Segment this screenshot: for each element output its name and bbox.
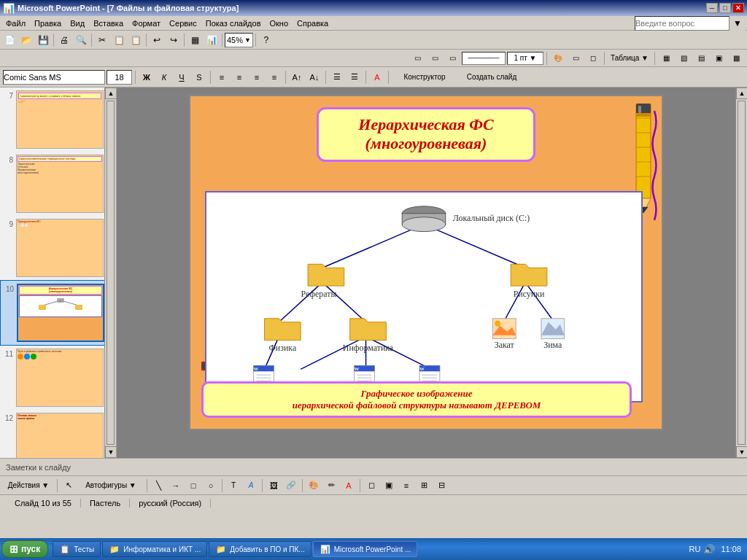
- menu-help[interactable]: Справка: [293, 18, 333, 29]
- bullets-button[interactable]: ☰: [329, 70, 345, 85]
- shadow-style[interactable]: ◻: [363, 478, 379, 493]
- clipart-tool[interactable]: 🖼: [266, 478, 282, 493]
- line-tool[interactable]: ╲: [150, 478, 166, 493]
- line-width-select[interactable]: 1 пт ▼: [507, 52, 543, 65]
- save-button[interactable]: 💾: [35, 33, 51, 47]
- font-size-select[interactable]: [107, 70, 132, 85]
- increase-font-button[interactable]: A↑: [289, 70, 305, 85]
- slide-panel-scrollbar[interactable]: ▲ ▼: [104, 88, 116, 458]
- new-button[interactable]: 📄: [1, 33, 18, 47]
- tbl-style1[interactable]: ▣: [711, 51, 727, 66]
- open-button[interactable]: 📂: [18, 33, 34, 47]
- menu-view[interactable]: Вид: [66, 18, 89, 29]
- restore-button[interactable]: □: [719, 3, 731, 13]
- autoshapes-button[interactable]: Автофигуры ▼: [78, 478, 144, 493]
- tbl-merge[interactable]: ▦: [658, 51, 674, 66]
- copy-button[interactable]: 📋: [111, 33, 127, 47]
- tbl-border[interactable]: ▤: [693, 51, 709, 66]
- menu-file[interactable]: Файл: [1, 18, 30, 29]
- line-style-select[interactable]: ──────: [462, 52, 506, 65]
- table-tool-2[interactable]: ▭: [427, 51, 443, 66]
- slide-img-9[interactable]: Одноуровневая ФС 📁 📄 📄: [16, 219, 104, 277]
- close-button[interactable]: ✕: [732, 3, 744, 13]
- slide-img-10[interactable]: Иерархическая ФС(многоуровневая) C:: [17, 284, 104, 342]
- fill-color-button[interactable]: 🎨: [550, 51, 566, 66]
- search-go-button[interactable]: ▼: [729, 16, 746, 31]
- taskbar-item-powerpoint[interactable]: 📊 Microsoft PowerPoint ...: [313, 541, 418, 557]
- table-tool-3[interactable]: ▭: [444, 51, 460, 66]
- redo-button[interactable]: ↪: [166, 33, 182, 47]
- taskbar-item-informatika[interactable]: 📁 Информатика и ИКТ ...: [102, 541, 207, 557]
- preview-button[interactable]: 🔍: [73, 33, 89, 47]
- slide-thumb-8[interactable]: 8 Однопользовательские операционные сист…: [0, 152, 116, 216]
- wordart-tool[interactable]: A: [243, 478, 259, 493]
- table-button[interactable]: Таблица ▼: [608, 51, 651, 66]
- slide-thumb-10[interactable]: 10 Иерархическая ФС(многоуровневая) C:: [0, 280, 116, 346]
- fill-color-db[interactable]: 🎨: [306, 478, 322, 493]
- taskbar-item-tests[interactable]: 📋 Тесты: [53, 541, 101, 557]
- select-button[interactable]: ↖: [61, 478, 77, 493]
- decrease-font-button[interactable]: A↓: [306, 70, 322, 85]
- slide-thumb-12[interactable]: 12 Полная записьимени файла: [0, 410, 116, 458]
- search-input[interactable]: [635, 16, 729, 31]
- menu-slideshow[interactable]: Показ слайдов: [201, 18, 266, 29]
- menu-edit[interactable]: Правка: [30, 18, 66, 29]
- align-left-button[interactable]: ≡: [214, 70, 230, 85]
- zoom-dropdown-icon[interactable]: ▼: [244, 36, 251, 44]
- content-scrollbar[interactable]: ▲ ▼: [735, 88, 747, 458]
- actions-button[interactable]: Действия ▼: [3, 478, 54, 493]
- slide-thumb-7[interactable]: 7 Администратор может создавать учётные …: [0, 88, 116, 152]
- start-button[interactable]: ⊞ пуск: [1, 540, 48, 558]
- slide-img-11[interactable]: Пути к файлам и файловые системы: [16, 349, 104, 407]
- undo-button[interactable]: ↩: [149, 33, 165, 47]
- insert-chart-button[interactable]: 📊: [204, 33, 220, 47]
- table-tool-1[interactable]: ▭: [409, 51, 425, 66]
- line-color-db[interactable]: ✏: [323, 478, 339, 493]
- scroll-thumb[interactable]: [107, 101, 115, 445]
- scroll-up-button[interactable]: ▲: [105, 88, 117, 99]
- menu-window[interactable]: Окно: [266, 18, 293, 29]
- menu-format[interactable]: Формат: [128, 18, 165, 29]
- 3d-style[interactable]: ▣: [381, 478, 397, 493]
- border-tool[interactable]: ▭: [568, 51, 584, 66]
- align-right-button[interactable]: ≡: [249, 70, 265, 85]
- ellipse-tool[interactable]: ○: [203, 478, 219, 493]
- rect-tool[interactable]: □: [185, 478, 201, 493]
- print-button[interactable]: 🖨: [56, 33, 72, 47]
- arrow-tool[interactable]: →: [168, 478, 184, 493]
- bold-button[interactable]: Ж: [139, 70, 155, 85]
- content-scroll-up[interactable]: ▲: [736, 88, 747, 99]
- insert-table-button[interactable]: ▦: [187, 33, 203, 47]
- align-center-button[interactable]: ≡: [231, 70, 247, 85]
- menu-service[interactable]: Сервис: [165, 18, 201, 29]
- help-button[interactable]: ?: [258, 33, 274, 47]
- slide-img-12[interactable]: Полная записьимени файла: [16, 413, 104, 458]
- slide-thumb-11[interactable]: 11 Пути к файлам и файловые системы: [0, 346, 116, 410]
- content-scroll-down[interactable]: ▼: [736, 446, 747, 458]
- minimize-button[interactable]: ─: [706, 3, 718, 13]
- slide-img-8[interactable]: Однопользовательские операционные систем…: [16, 155, 104, 213]
- paste-button[interactable]: 📋: [128, 33, 144, 47]
- content-scroll-thumb[interactable]: [738, 101, 746, 445]
- menu-insert[interactable]: Вставка: [89, 18, 128, 29]
- taskbar-item-add[interactable]: 📁 Добавить в ПО и ПК...: [209, 541, 311, 557]
- numbering-button[interactable]: ☰: [347, 70, 363, 85]
- justify-button[interactable]: ≡: [266, 70, 282, 85]
- create-slide-button[interactable]: Создать слайд: [459, 70, 525, 85]
- font-color-button[interactable]: A: [369, 70, 385, 85]
- align-distribute[interactable]: ≡: [398, 478, 414, 493]
- slide-img-7[interactable]: Администратор может создавать учётные за…: [16, 90, 104, 149]
- constructor-button[interactable]: Конструктор: [392, 70, 457, 85]
- italic-button[interactable]: К: [156, 70, 172, 85]
- tbl-split[interactable]: ▧: [676, 51, 692, 66]
- cut-button[interactable]: ✂: [94, 33, 110, 47]
- tbl-style2[interactable]: ▩: [728, 51, 744, 66]
- insert-diagram[interactable]: 🔗: [283, 478, 299, 493]
- group-tool[interactable]: ⊞: [416, 478, 432, 493]
- textbox-tool[interactable]: T: [225, 478, 241, 493]
- scroll-down-button[interactable]: ▼: [105, 446, 117, 458]
- slide-thumb-9[interactable]: 9 Одноуровневая ФС 📁 📄 📄: [0, 216, 116, 280]
- shadow-tool[interactable]: ◻: [585, 51, 601, 66]
- shadow-button[interactable]: S: [191, 70, 207, 85]
- underline-button[interactable]: Ч: [174, 70, 190, 85]
